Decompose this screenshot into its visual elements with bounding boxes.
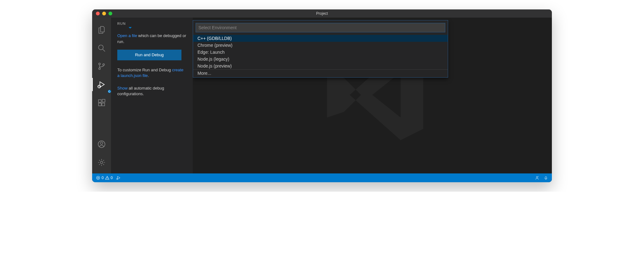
run-and-debug-button[interactable]: Run and Debug [117,50,181,60]
sidebar-title: RUN [117,21,186,26]
extensions-icon [97,99,106,107]
window-controls [96,12,112,15]
open-file-paragraph: Open a file which can be debugged or run… [117,33,186,44]
svg-rect-12 [102,99,105,102]
show-paragraph: Show all automatic debug configurations. [117,85,186,97]
warning-count: 0 [111,176,113,180]
svg-point-4 [103,64,104,65]
error-icon [96,176,100,180]
activity-source-control[interactable] [92,58,111,75]
environment-option-edge[interactable]: Edge: Launch [193,49,448,56]
debug-start-icon [116,176,121,180]
window-title: Project [316,11,328,16]
maximize-window-button[interactable] [108,12,112,15]
open-file-link[interactable]: Open a file [117,33,137,38]
environment-option-chrome[interactable]: Chrome (preview) [193,42,448,49]
status-notifications[interactable] [544,176,548,180]
customize-post: . [148,73,149,78]
show-link[interactable]: Show [117,86,128,90]
close-window-button[interactable] [96,12,100,15]
gear-icon [97,158,106,167]
error-count: 0 [102,176,104,180]
environment-list: C++ (GDB/LLDB) Chrome (preview) Edge: La… [193,35,448,77]
activity-bar [92,18,111,173]
svg-line-1 [103,49,105,52]
bell-icon [544,176,548,180]
editor-area: Select Environment C++ (GDB/LLDB) Chrome… [193,18,552,173]
titlebar: Project [92,9,552,18]
files-icon [97,26,106,34]
environment-option-node-legacy[interactable]: Node.js (legacy) [193,56,448,63]
svg-line-8 [98,85,99,86]
svg-point-15 [100,161,103,164]
svg-point-2 [99,63,100,65]
activity-run-debug[interactable] [92,76,111,93]
activity-explorer[interactable] [92,21,111,38]
environment-input[interactable]: Select Environment [196,23,445,32]
vscode-window: Project [92,9,552,182]
svg-point-3 [99,68,100,69]
svg-point-22 [536,176,538,178]
select-environment-picker: Select Environment C++ (GDB/LLDB) Chrome… [193,20,448,78]
git-branch-icon [97,62,106,70]
account-icon [97,140,106,148]
svg-point-20 [107,178,107,179]
feedback-icon [535,176,539,180]
environment-option-more[interactable]: More... [193,70,448,77]
search-icon [97,44,106,52]
run-and-debug-label: Run and Debug [135,52,164,58]
environment-option-node-preview[interactable]: Node.js (preview) [193,63,448,69]
customize-paragraph: To customize Run and Debug create a laun… [117,67,186,79]
activity-extensions[interactable] [92,94,111,111]
environment-placeholder: Select Environment [198,25,236,30]
activity-search[interactable] [92,40,111,57]
warning-icon [105,176,109,180]
activity-settings[interactable] [92,154,111,171]
svg-rect-9 [98,100,101,102]
reload-badge-icon [107,89,112,94]
activity-accounts[interactable] [92,136,111,153]
customize-pre: To customize Run and Debug [117,68,172,72]
status-bar: 0 0 [92,173,552,182]
svg-point-14 [100,142,103,145]
minimize-window-button[interactable] [102,12,106,15]
status-debug-start[interactable] [116,176,121,180]
debug-icon [97,80,106,89]
run-sidebar: RUN Open a file which can be debugged or… [111,18,193,173]
svg-rect-11 [102,103,105,106]
workbench-body: RUN Open a file which can be debugged or… [92,18,552,173]
svg-rect-10 [98,103,101,106]
status-problems[interactable]: 0 0 [96,176,113,180]
svg-point-0 [98,45,103,50]
environment-option-cpp[interactable]: C++ (GDB/LLDB) [193,35,448,42]
status-feedback[interactable] [535,176,539,180]
